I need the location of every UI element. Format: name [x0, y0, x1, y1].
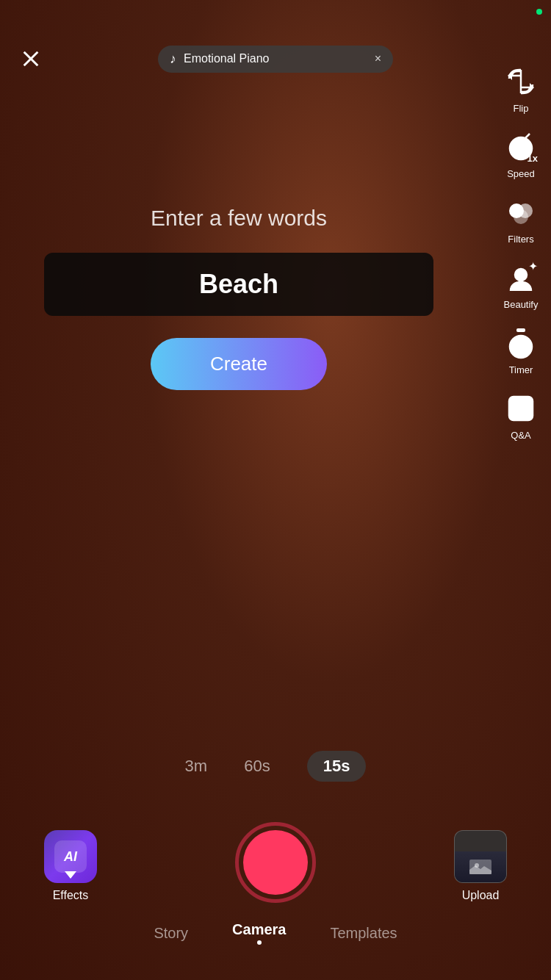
effects-icon-inner: AI	[54, 840, 87, 873]
svg-point-7	[514, 209, 528, 224]
svg-text:?: ?	[516, 400, 525, 416]
prompt-label: Enter a few words	[151, 206, 327, 231]
nav-item-templates[interactable]: Templates	[330, 925, 397, 942]
sidebar-item-timer[interactable]: 3 Timer	[498, 320, 544, 380]
upload-button[interactable]: Upload	[454, 830, 507, 902]
text-input-value: Beach	[199, 269, 278, 299]
record-button[interactable]	[235, 822, 316, 903]
create-button[interactable]: Create	[151, 338, 327, 390]
flip-label: Flip	[514, 103, 529, 114]
bottom-controls: AI Effects	[0, 818, 551, 914]
bottom-bar: AI Effects	[0, 811, 551, 980]
upload-icon	[454, 830, 507, 883]
record-button-inner	[243, 830, 308, 895]
speed-label: Speed	[507, 168, 535, 179]
nav-item-camera[interactable]: Camera	[232, 921, 286, 937]
svg-text:3: 3	[519, 347, 523, 356]
qa-icon: ?	[503, 390, 539, 427]
nav-active-dot	[257, 940, 262, 945]
sidebar-item-speed[interactable]: 1x Speed	[498, 124, 544, 184]
effects-label: Effects	[53, 889, 89, 902]
create-button-label: Create	[210, 353, 267, 375]
sidebar-item-qa[interactable]: ? Q&A	[498, 386, 544, 445]
svg-line-4	[525, 134, 530, 138]
filters-icon	[503, 194, 539, 231]
top-bar: ♪ Emotional Piano ×	[0, 0, 551, 88]
filters-label: Filters	[508, 234, 533, 245]
sidebar-item-flip[interactable]: Flip	[498, 59, 544, 118]
effects-button[interactable]: AI Effects	[44, 830, 97, 902]
music-title: Emotional Piano	[184, 52, 367, 65]
svg-rect-9	[516, 328, 525, 332]
beautify-label: Beautify	[504, 299, 539, 310]
beautify-icon: ✦	[503, 259, 539, 296]
ai-text: AI	[64, 849, 77, 865]
nav-item-camera-wrapper: Camera	[232, 921, 286, 945]
duration-60s[interactable]: 60s	[244, 757, 270, 776]
sidebar-item-filters[interactable]: Filters	[498, 190, 544, 249]
upload-label: Upload	[462, 889, 500, 902]
duration-15s[interactable]: 15s	[307, 751, 367, 782]
effects-icon: AI	[44, 830, 97, 883]
text-input-box[interactable]: Beach	[44, 253, 433, 316]
duration-selector: 3m 60s 15s	[0, 751, 551, 782]
sidebar-item-beautify[interactable]: ✦ Beautify	[498, 255, 544, 314]
close-button[interactable]	[15, 43, 47, 75]
speed-icon: 1x	[503, 129, 539, 165]
right-sidebar: Flip 1x Speed Filters	[498, 59, 544, 445]
timer-icon: 3	[503, 325, 539, 361]
flip-icon	[503, 63, 539, 100]
music-close-button[interactable]: ×	[375, 52, 381, 65]
upload-thumbnail	[455, 851, 506, 882]
qa-label: Q&A	[511, 430, 530, 441]
main-content: Enter a few words Beach Create	[0, 206, 478, 390]
music-note-icon: ♪	[170, 51, 176, 67]
duration-3m[interactable]: 3m	[185, 757, 208, 776]
music-pill[interactable]: ♪ Emotional Piano ×	[158, 46, 393, 73]
bottom-nav: Story Camera Templates	[0, 921, 551, 959]
nav-item-story[interactable]: Story	[154, 925, 188, 942]
timer-label: Timer	[509, 364, 533, 375]
svg-point-8	[515, 269, 527, 281]
